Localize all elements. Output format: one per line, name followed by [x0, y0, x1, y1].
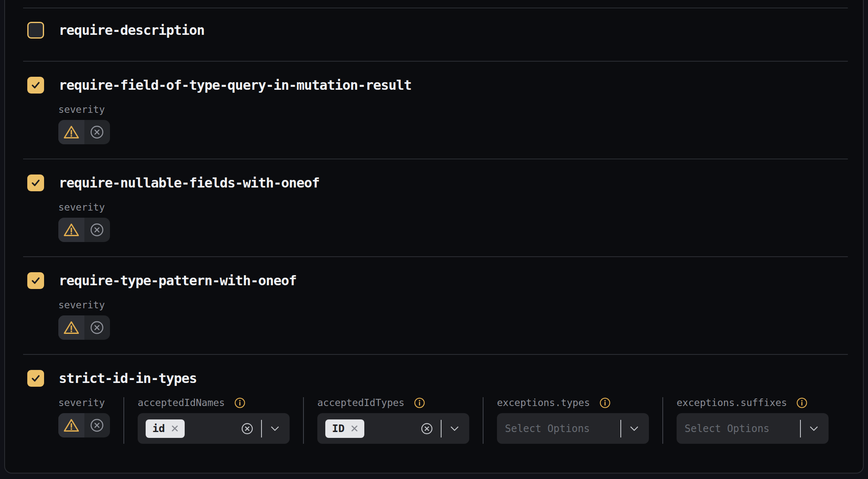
remove-tag-icon[interactable] — [170, 424, 179, 433]
column-divider — [123, 397, 124, 444]
rule-checkbox[interactable] — [27, 272, 44, 289]
option-label: acceptedIdTypes — [317, 397, 405, 409]
severity-column: severity — [58, 397, 110, 444]
rule-title: require-field-of-type-query-in-mutation-… — [59, 77, 411, 94]
select-divider — [800, 420, 801, 437]
severity-warn-button[interactable] — [58, 218, 84, 242]
rule-row: require-nullable-fields-with-oneof sever… — [23, 159, 848, 256]
checkmark-icon — [30, 80, 41, 91]
warning-triangle-icon — [63, 320, 80, 335]
multiselect-exceptions-suffixes[interactable]: Select Options — [677, 413, 829, 444]
circle-x-icon — [89, 320, 105, 335]
checkmark-icon — [30, 177, 41, 188]
rules-list: require-description require-field-of-typ… — [5, 0, 863, 444]
chevron-down-icon — [809, 426, 818, 432]
rule-checkbox[interactable] — [27, 174, 44, 191]
circle-x-icon — [241, 422, 254, 435]
option-column-exceptions-types: exceptions.types Select Options — [497, 397, 649, 444]
rule-options: severity — [58, 397, 848, 444]
severity-toggle — [58, 315, 110, 340]
rule-row: require-description — [23, 8, 848, 61]
severity-toggle — [58, 218, 110, 242]
severity-off-button[interactable] — [84, 413, 110, 437]
rule-checkbox[interactable] — [27, 22, 44, 39]
chevron-down-icon — [270, 426, 280, 432]
selected-tag: ID — [325, 419, 364, 438]
dropdown-toggle[interactable] — [450, 426, 459, 432]
rule-checkbox[interactable] — [27, 77, 44, 94]
rule-row: strict-id-in-types severity — [23, 354, 848, 444]
warning-triangle-icon — [63, 125, 80, 140]
option-column-acceptedIdNames: acceptedIdNames id — [138, 397, 290, 444]
severity-off-button[interactable] — [84, 315, 110, 340]
severity-label: severity — [58, 397, 110, 409]
warning-triangle-icon — [63, 418, 80, 433]
select-placeholder: Select Options — [685, 423, 769, 435]
selected-tag: id — [146, 419, 185, 438]
severity-label: severity — [58, 202, 848, 213]
select-divider — [441, 420, 442, 437]
info-icon[interactable] — [414, 397, 425, 409]
dropdown-toggle[interactable] — [270, 426, 280, 432]
severity-warn-button[interactable] — [58, 315, 84, 340]
rule-title: strict-id-in-types — [59, 370, 197, 387]
rule-checkbox[interactable] — [27, 370, 44, 387]
column-divider — [483, 397, 484, 444]
rules-panel: require-description require-field-of-typ… — [4, 0, 864, 474]
select-divider — [261, 420, 262, 437]
tag-text: id — [152, 423, 165, 434]
info-icon[interactable] — [796, 397, 808, 409]
severity-warn-button[interactable] — [58, 413, 84, 437]
clear-all-button[interactable] — [241, 422, 254, 435]
severity-off-button[interactable] — [84, 218, 110, 242]
chevron-down-icon — [630, 426, 639, 432]
option-label: exceptions.types — [497, 397, 590, 409]
checkmark-icon — [30, 275, 41, 286]
rule-title: require-nullable-fields-with-oneof — [59, 174, 319, 191]
tag-text: ID — [332, 423, 345, 434]
severity-warn-button[interactable] — [58, 120, 84, 144]
dropdown-toggle[interactable] — [630, 426, 639, 432]
multiselect-exceptions-types[interactable]: Select Options — [497, 413, 649, 444]
remove-tag-icon[interactable] — [350, 424, 359, 433]
chevron-down-icon — [450, 426, 459, 432]
column-divider — [662, 397, 663, 444]
severity-label: severity — [58, 299, 848, 311]
warning-triangle-icon — [63, 222, 80, 237]
option-column-acceptedIdTypes: acceptedIdTypes ID — [317, 397, 469, 444]
circle-x-icon — [421, 422, 433, 435]
option-label: exceptions.suffixes — [677, 397, 787, 409]
multiselect-acceptedIdNames[interactable]: id — [138, 413, 290, 444]
circle-x-icon — [89, 222, 105, 237]
column-divider — [303, 397, 304, 444]
rule-title: require-description — [59, 22, 204, 39]
rule-row: require-field-of-type-query-in-mutation-… — [23, 61, 848, 159]
dropdown-toggle[interactable] — [809, 426, 818, 432]
rule-title: require-type-pattern-with-oneof — [59, 272, 296, 289]
multiselect-acceptedIdTypes[interactable]: ID — [317, 413, 469, 444]
option-column-exceptions-suffixes: exceptions.suffixes Select Options — [677, 397, 829, 444]
option-label: acceptedIdNames — [138, 397, 225, 409]
severity-label: severity — [58, 104, 848, 115]
info-icon[interactable] — [599, 397, 611, 409]
circle-x-icon — [89, 125, 105, 140]
clear-all-button[interactable] — [421, 422, 433, 435]
severity-off-button[interactable] — [84, 120, 110, 144]
rule-row: require-type-pattern-with-oneof severity — [23, 256, 848, 354]
select-divider — [620, 420, 621, 437]
checkmark-icon — [30, 373, 41, 384]
severity-toggle — [58, 120, 110, 144]
severity-toggle — [58, 413, 110, 437]
circle-x-icon — [89, 418, 105, 433]
info-icon[interactable] — [234, 397, 246, 409]
select-placeholder: Select Options — [505, 423, 590, 435]
